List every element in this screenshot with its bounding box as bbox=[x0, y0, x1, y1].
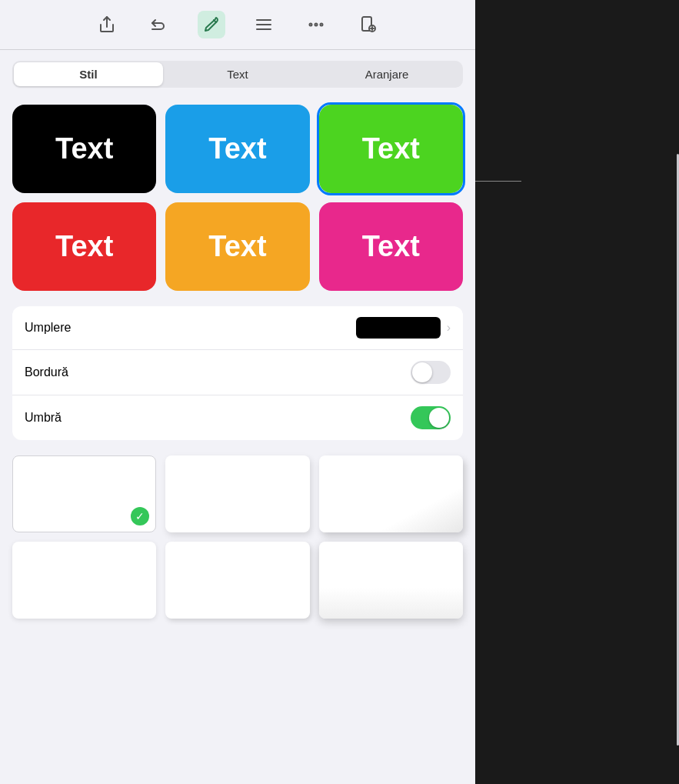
fill-right: › bbox=[356, 317, 451, 339]
style-card-text: Text bbox=[208, 132, 266, 165]
shadow-preset-2[interactable] bbox=[165, 455, 309, 532]
share-icon[interactable] bbox=[93, 11, 121, 38]
style-card-green[interactable]: Text bbox=[319, 105, 463, 193]
text-align-icon[interactable] bbox=[250, 11, 278, 38]
toolbar bbox=[0, 0, 475, 50]
fill-color-swatch[interactable] bbox=[356, 317, 441, 339]
style-card-blue[interactable]: Text bbox=[165, 105, 309, 193]
shadow-toggle[interactable] bbox=[411, 406, 451, 429]
svg-line-1 bbox=[214, 20, 216, 22]
tab-aranjare[interactable]: Aranjare bbox=[312, 62, 461, 86]
style-card-text: Text bbox=[55, 132, 113, 165]
shadow-preset-3[interactable] bbox=[319, 455, 463, 532]
shadow-presets-grid: ✓ bbox=[0, 446, 475, 628]
fill-chevron-icon: › bbox=[447, 321, 451, 335]
shadow-row: Umbră bbox=[12, 395, 463, 440]
more-icon[interactable] bbox=[302, 11, 330, 38]
style-card-text: Text bbox=[208, 230, 266, 263]
svg-point-7 bbox=[310, 24, 312, 26]
svg-point-6 bbox=[321, 24, 323, 26]
shadow-preset-6[interactable] bbox=[319, 542, 463, 619]
style-grid: Text Text Text Text Text Text bbox=[0, 95, 475, 300]
style-card-text: Text bbox=[362, 132, 420, 165]
main-panel: Stil Text Aranjare Text Text Text Text T… bbox=[0, 0, 475, 784]
border-row: Bordură bbox=[12, 350, 463, 395]
document-icon[interactable] bbox=[354, 11, 382, 38]
border-toggle[interactable] bbox=[411, 361, 451, 384]
shadow-label: Umbră bbox=[25, 411, 62, 425]
style-card-text: Text bbox=[55, 230, 113, 263]
style-card-orange[interactable]: Text bbox=[165, 202, 309, 291]
border-label: Bordură bbox=[25, 365, 68, 379]
tab-bar: Stil Text Aranjare bbox=[12, 61, 463, 88]
style-card-text: Text bbox=[362, 230, 420, 263]
shadow-preset-5[interactable] bbox=[165, 542, 309, 619]
options-section: Umplere › Bordură Umbră bbox=[12, 306, 463, 440]
shadow-preset-1[interactable]: ✓ bbox=[12, 455, 156, 532]
undo-icon[interactable] bbox=[145, 11, 173, 38]
tab-text[interactable]: Text bbox=[163, 62, 312, 86]
tab-stil[interactable]: Stil bbox=[14, 62, 163, 86]
fill-label: Umplere bbox=[25, 321, 71, 335]
style-card-red[interactable]: Text bbox=[12, 202, 156, 291]
shadow-check-icon: ✓ bbox=[131, 507, 149, 525]
style-card-pink[interactable]: Text bbox=[319, 202, 463, 291]
style-card-black[interactable]: Text bbox=[12, 105, 156, 193]
fill-row[interactable]: Umplere › bbox=[12, 306, 463, 350]
paintbrush-icon[interactable] bbox=[198, 11, 225, 38]
dark-area bbox=[475, 0, 679, 784]
shadow-preset-4[interactable] bbox=[12, 542, 156, 619]
svg-point-5 bbox=[315, 24, 318, 26]
